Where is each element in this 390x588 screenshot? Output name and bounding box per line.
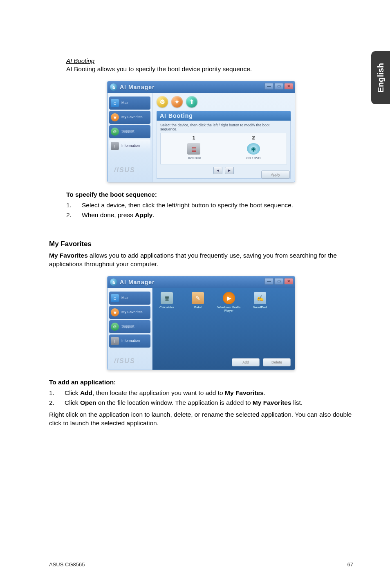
boot-device-1[interactable]: 1 ▤ Hard Disk xyxy=(177,135,210,160)
page-footer: ASUS CG8565 67 xyxy=(49,558,353,568)
apply-button[interactable]: Apply xyxy=(261,171,290,179)
panel-hint: Select the device, then click the left /… xyxy=(160,123,287,131)
minimize-button[interactable]: — xyxy=(264,83,273,90)
sidebar-item-information[interactable]: i Information xyxy=(109,334,150,348)
sidebar-label: Information xyxy=(121,144,140,148)
step-item: 1. Select a device, then click the left/… xyxy=(66,202,353,209)
boot-order-num: 2 xyxy=(237,135,270,141)
sidebar-label: Support xyxy=(121,325,134,328)
add-button[interactable]: Add xyxy=(232,358,260,366)
favorite-label: Calculator xyxy=(155,306,179,310)
favorite-app-calculator[interactable]: ▦ Calculator xyxy=(155,292,179,313)
sidebar-label: Main xyxy=(121,296,130,300)
favorite-app-wordpad[interactable]: ✍ WordPad xyxy=(248,292,272,313)
step-number: 1. xyxy=(49,389,65,397)
hard-disk-icon: ▤ xyxy=(187,143,200,155)
sidebar-item-favorites[interactable]: ★ My Favorites xyxy=(109,306,150,319)
titlebar: a AI Manager — ▭ ✕ xyxy=(108,81,295,93)
favorites-outro: Right click on the application icon to l… xyxy=(49,411,353,428)
close-button[interactable]: ✕ xyxy=(284,278,293,285)
paint-icon: ✎ xyxy=(192,292,204,304)
media-player-icon: ▶ xyxy=(223,292,235,304)
cd-dvd-icon: ◉ xyxy=(247,143,260,155)
favorites-icon: ★ xyxy=(111,308,119,316)
home-icon: ⌂ xyxy=(111,99,119,107)
step-text: Click Add, then locate the application y… xyxy=(65,389,265,397)
sidebar-item-main[interactable]: ⌂ Main xyxy=(109,97,150,110)
my-favorites-intro: My Favorites allows you to add applicati… xyxy=(49,251,353,269)
step-text: Select a device, then click the left/rig… xyxy=(82,202,293,209)
favorite-app-wmp[interactable]: ▶ Windows Media Player xyxy=(217,292,241,313)
step-text: When done, press Apply. xyxy=(82,211,154,219)
step-item: 2. Click Open on the file location windo… xyxy=(49,399,353,406)
sidebar-item-support[interactable]: ☺ Support xyxy=(109,125,150,138)
sidebar-label: My Favorites xyxy=(121,310,143,314)
boot-device-2[interactable]: 2 ◉ CD / DVD xyxy=(237,135,270,160)
language-tab-label: English xyxy=(376,63,386,92)
support-icon: ☺ xyxy=(111,323,119,331)
sidebar-label: Information xyxy=(121,339,140,343)
sidebar-item-information[interactable]: i Information xyxy=(109,139,150,153)
boot-sequence-box: 1 ▤ Hard Disk 2 ◉ CD / DVD xyxy=(160,133,287,164)
brand-footer: /ISUS xyxy=(109,165,150,176)
step-item: 2. When done, press Apply. xyxy=(66,211,353,219)
panel-title: AI Booting xyxy=(157,111,291,121)
wordpad-icon: ✍ xyxy=(254,292,266,304)
boot-order-num: 1 xyxy=(177,135,210,141)
favorite-app-paint[interactable]: ✎ Paint xyxy=(186,292,210,313)
step-text: Click Open on the file location window. … xyxy=(65,399,303,406)
minimize-button[interactable]: — xyxy=(264,278,273,285)
specify-heading: To specify the boot sequence: xyxy=(66,191,353,199)
home-icon: ⌂ xyxy=(111,294,119,302)
sidebar-item-support[interactable]: ☺ Support xyxy=(109,320,150,333)
app-logo-icon: a xyxy=(110,278,117,286)
sidebar-label: Main xyxy=(121,101,130,105)
info-icon: i xyxy=(111,142,119,150)
step-number: 2. xyxy=(49,399,65,406)
ai-manager-window-favorites: a AI Manager — ▭ ✕ ⌂ Main ★ My Favorites… xyxy=(107,276,295,370)
titlebar: a AI Manager — ▭ ✕ xyxy=(108,276,295,288)
favorite-label: Windows Media Player xyxy=(217,306,241,313)
info-icon: i xyxy=(111,337,119,345)
orb-icon-2[interactable]: ✦ xyxy=(171,96,183,108)
footer-left: ASUS CG8565 xyxy=(49,561,85,568)
sidebar-label: My Favorites xyxy=(121,115,143,119)
window-title: AI Manager xyxy=(120,84,155,90)
orb-icon-3[interactable]: ⬆ xyxy=(186,96,197,108)
footer-page-number: 67 xyxy=(347,561,353,568)
boot-device-label: CD / DVD xyxy=(237,156,270,160)
move-left-button[interactable]: ◄ xyxy=(213,167,222,174)
favorites-panel: ▦ Calculator ✎ Paint ▶ Windows Media Pla… xyxy=(152,288,295,370)
support-icon: ☺ xyxy=(111,128,119,136)
add-app-heading: To add an application: xyxy=(49,378,353,387)
language-tab: English xyxy=(371,51,390,104)
step-number: 1. xyxy=(66,202,82,209)
sidebar: ⌂ Main ★ My Favorites ☺ Support i Inform… xyxy=(108,288,152,370)
my-favorites-heading: My Favorites xyxy=(49,240,353,248)
brand-footer: /ISUS xyxy=(109,356,150,367)
favorite-label: Paint xyxy=(186,306,210,310)
delete-button[interactable]: Delete xyxy=(263,358,291,366)
maximize-button[interactable]: ▭ xyxy=(274,83,283,90)
sidebar-label: Support xyxy=(121,130,134,133)
main-panel: ⚙ ✦ ⬆ AI Booting Select the device, then… xyxy=(152,93,295,182)
orb-icon-1[interactable]: ⚙ xyxy=(157,96,168,108)
ai-booting-intro: AI Booting allows you to specify the boo… xyxy=(66,65,353,74)
calculator-icon: ▦ xyxy=(161,292,173,304)
app-logo-icon: a xyxy=(110,83,117,91)
sidebar: ⌂ Main ★ My Favorites ☺ Support i Inform… xyxy=(108,93,152,182)
move-right-button[interactable]: ► xyxy=(225,167,234,174)
sidebar-item-favorites[interactable]: ★ My Favorites xyxy=(109,111,150,124)
step-number: 2. xyxy=(66,211,82,219)
boot-device-label: Hard Disk xyxy=(177,156,210,160)
ai-manager-window-booting: a AI Manager — ▭ ✕ ⌂ Main ★ My Favorites… xyxy=(107,81,295,182)
favorites-icon: ★ xyxy=(111,113,119,121)
maximize-button[interactable]: ▭ xyxy=(274,278,283,285)
ai-booting-heading: AI Booting xyxy=(66,57,353,64)
window-title: AI Manager xyxy=(120,279,155,285)
sidebar-item-main[interactable]: ⌂ Main xyxy=(109,292,150,305)
close-button[interactable]: ✕ xyxy=(284,83,293,90)
step-item: 1. Click Add, then locate the applicatio… xyxy=(49,389,353,397)
favorite-label: WordPad xyxy=(248,306,272,310)
